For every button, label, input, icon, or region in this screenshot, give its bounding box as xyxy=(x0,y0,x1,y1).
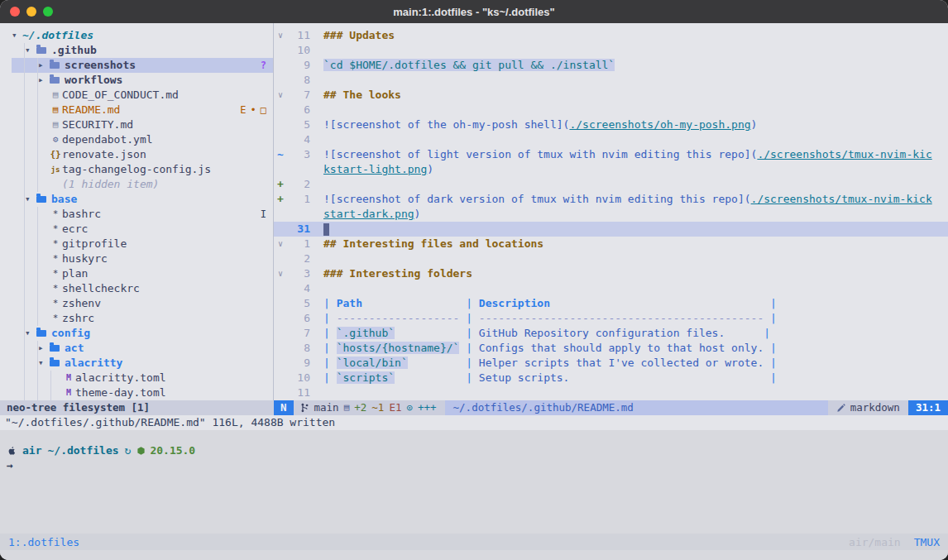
tree-item-badges: ? xyxy=(261,58,273,73)
extra-indicator: +++ xyxy=(418,400,437,415)
traffic-lights xyxy=(10,7,53,17)
editor-line[interactable]: 11 xyxy=(274,385,948,400)
zoom-button[interactable] xyxy=(43,7,53,17)
status-row: neo-tree filesystem [1] N main ▤ +2 ~1 E… xyxy=(0,400,948,415)
tree-item-base[interactable]: ▾base xyxy=(12,192,273,207)
md-link: ./screenshots/tmux-nvim-kic xyxy=(757,148,931,160)
expand-arrow[interactable]: ▸ xyxy=(38,341,49,356)
editor-line[interactable]: 10| `scripts` | Setup scripts. | xyxy=(274,371,948,385)
editor-line[interactable]: 31 xyxy=(274,222,948,237)
line-text: | ------------------- | ----------------… xyxy=(317,311,948,326)
editor-line[interactable]: 9| `local/bin` | Helper scripts that I'v… xyxy=(274,356,948,371)
tree-item-security-md[interactable]: ▤SECURITY.md xyxy=(12,117,273,132)
minimize-button[interactable] xyxy=(26,7,36,17)
editor-line[interactable]: 5| Path | Description | xyxy=(274,296,948,311)
sign-column xyxy=(274,43,287,58)
sign-column xyxy=(274,311,287,326)
line-number xyxy=(287,207,317,222)
file-tree[interactable]: ▾~/.dotfiles▾.github▸screenshots?▸workfl… xyxy=(0,23,274,400)
editor-line[interactable]: +2 xyxy=(274,177,948,192)
diff-icon: ▤ xyxy=(344,400,350,415)
folder-icon xyxy=(36,196,46,203)
tree-item-label: ecrc xyxy=(62,222,88,237)
tree-item-label: alacritty.toml xyxy=(75,371,166,385)
tree-item-1-hidden-item[interactable]: (1 hidden item) xyxy=(12,177,273,192)
md-text: Helper scripts that I've collected or wr… xyxy=(479,357,764,369)
expand-arrow[interactable]: ▸ xyxy=(38,58,49,73)
fold-marker[interactable]: ∨ xyxy=(274,28,287,43)
tree-item-screenshots[interactable]: ▸screenshots? xyxy=(12,58,273,73)
tmux-window-name[interactable]: 1:.dotfiles xyxy=(8,536,79,548)
tree-item-gitprofile[interactable]: *gitprofile xyxy=(12,237,273,251)
editor-line[interactable]: 2 xyxy=(274,251,948,266)
shell-area[interactable]: air ~/.dotfiles ↻ 20.15.0 → xyxy=(0,430,948,534)
editor-line[interactable]: ~3![screenshot of light version of tmux … xyxy=(274,147,948,162)
diagnostic-error-badge: E xyxy=(240,103,246,117)
shell-file-icon: * xyxy=(49,311,62,326)
expand-arrow[interactable]: ▾ xyxy=(25,326,36,341)
tree-item-act[interactable]: ▸act xyxy=(12,341,273,356)
editor-line[interactable]: 9`cd $HOME/.dotfiles && git pull && ./in… xyxy=(274,58,948,73)
editor-line[interactable]: 6 xyxy=(274,103,948,117)
line-text: ## Interesting files and locations xyxy=(317,237,948,251)
tree-item-dotfiles[interactable]: ▾~/.dotfiles xyxy=(12,28,273,43)
tree-item-code-of-conduct-md[interactable]: ▤CODE_OF_CONDUCT.md xyxy=(12,88,273,103)
editor-line[interactable]: ∨7## The looks xyxy=(274,88,948,103)
editor-line[interactable]: 10 xyxy=(274,43,948,58)
gitsign-added: + xyxy=(274,177,287,192)
editor-line[interactable]: ∨3### Interesting folders xyxy=(274,266,948,281)
tree-item-tag-changelog-config-js[interactable]: jstag-changelog-config.js xyxy=(12,162,273,177)
tree-item-ecrc[interactable]: *ecrc xyxy=(12,222,273,237)
md-text xyxy=(395,327,466,339)
line-text: `cd $HOME/.dotfiles && git pull && ./ins… xyxy=(317,58,948,73)
editor-lines[interactable]: ∨11### Updates109`cd $HOME/.dotfiles && … xyxy=(274,23,948,400)
editor-line[interactable]: kstart-light.png) xyxy=(274,162,948,177)
expand-arrow[interactable]: ▾ xyxy=(12,28,22,43)
tree-item-alacritty-toml[interactable]: Malacritty.toml xyxy=(12,371,273,385)
tree-item-readme-md[interactable]: ▤README.mdE•□ xyxy=(12,103,273,117)
tree-item-theme-day-toml[interactable]: Mtheme-day.toml xyxy=(12,385,273,400)
editor-line[interactable]: 4 xyxy=(274,132,948,147)
expand-arrow[interactable]: ▾ xyxy=(38,356,49,371)
editor-line[interactable]: +1![screenshot of dark version of tmux w… xyxy=(274,192,948,207)
tree-item-workflows[interactable]: ▸workflows xyxy=(12,73,273,88)
editor-line[interactable]: 4 xyxy=(274,281,948,296)
tree-item-config[interactable]: ▾config xyxy=(12,326,273,341)
tree-item-alacritty[interactable]: ▾alacritty xyxy=(12,356,273,371)
prompt-user: air xyxy=(22,443,41,458)
tree-item-shellcheckrc[interactable]: *shellcheckrc xyxy=(12,281,273,296)
editor-line[interactable]: ∨1## Interesting files and locations xyxy=(274,237,948,251)
editor-line[interactable]: 6| ------------------- | ---------------… xyxy=(274,311,948,326)
tree-item-zshenv[interactable]: *zshenv xyxy=(12,296,273,311)
tree-item-bashrc[interactable]: *bashrcI xyxy=(12,207,273,222)
editor-line[interactable]: 5![screenshot of the oh-my-posh shell](.… xyxy=(274,117,948,132)
tree-item-label: tag-changelog-config.js xyxy=(62,162,211,177)
line-text: ![screenshot of dark version of tmux wit… xyxy=(317,192,948,207)
editor-line[interactable]: 8 xyxy=(274,73,948,88)
md-text xyxy=(395,371,466,384)
editor-line[interactable]: 8| `hosts/{hostname}/` | Configs that sh… xyxy=(274,341,948,356)
diff-changed: ~1 xyxy=(371,400,384,415)
fold-marker[interactable]: ∨ xyxy=(274,237,287,251)
editor-line[interactable]: start-dark.png) xyxy=(274,207,948,222)
indent-guide xyxy=(12,296,38,311)
fold-marker[interactable]: ∨ xyxy=(274,266,287,281)
gitsign-added: + xyxy=(274,192,287,207)
tree-item-dependabot-yml[interactable]: ⚙dependabot.yml xyxy=(12,132,273,147)
expand-arrow[interactable]: ▾ xyxy=(25,43,36,58)
tree-item-github[interactable]: ▾.github xyxy=(12,43,273,58)
tree-item-zshrc[interactable]: *zshrc xyxy=(12,311,273,326)
expand-arrow[interactable]: ▸ xyxy=(38,73,49,88)
tree-item-renovate-json[interactable]: {}renovate.json xyxy=(12,147,273,162)
tree-item-plan[interactable]: *plan xyxy=(12,266,273,281)
editor-line[interactable]: 7| `.github` | GitHub Repository configu… xyxy=(274,326,948,341)
line-text xyxy=(317,103,948,117)
md-table-header: Description xyxy=(479,297,550,309)
fold-marker[interactable]: ∨ xyxy=(274,88,287,103)
close-button[interactable] xyxy=(10,7,20,17)
line-text: start-dark.png) xyxy=(317,207,948,222)
md-table-pipe: | xyxy=(323,371,337,384)
tree-item-huskyrc[interactable]: *huskyrc xyxy=(12,251,273,266)
editor-line[interactable]: ∨11### Updates xyxy=(274,28,948,43)
expand-arrow[interactable]: ▾ xyxy=(25,192,36,207)
